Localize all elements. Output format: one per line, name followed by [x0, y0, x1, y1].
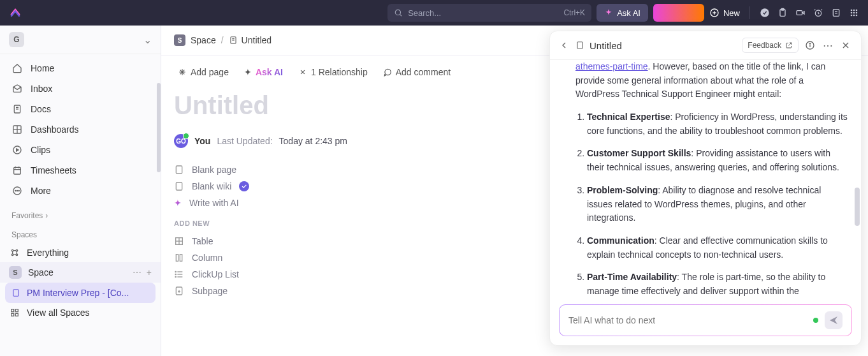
relationship-button[interactable]: 1 Relationship [298, 67, 368, 77]
option-blank-page[interactable]: Blank page [174, 165, 531, 175]
doc-ask-ai-label: Ask AI [256, 67, 283, 77]
app-logo[interactable] [8, 5, 23, 20]
notepad-icon[interactable] [830, 6, 843, 19]
sidebar-doc-selected[interactable]: PM Interview Prep - [Co... [5, 283, 156, 303]
scrollbar-thumb[interactable] [157, 83, 161, 172]
alarm-icon[interactable] [812, 6, 825, 19]
more-icon [11, 185, 23, 197]
nav-timesheets[interactable]: Timesheets [0, 160, 161, 181]
new-button[interactable]: New [709, 8, 740, 18]
svg-point-63 [175, 271, 176, 272]
chevron-right-icon: › [45, 211, 48, 220]
spaces-heading: Spaces [0, 224, 161, 243]
everything-label: Everything [27, 248, 69, 258]
content: S Space / Untitled Add page ✦Ask AI 1 Re… [161, 26, 868, 356]
plus-icon[interactable]: + [147, 267, 152, 278]
add-table[interactable]: Table [174, 236, 531, 246]
ellipsis-icon[interactable]: ⋯ [133, 267, 141, 278]
ai-title-text: Untitled [590, 40, 622, 51]
author-avatar: GO [174, 134, 188, 148]
inbox-icon [11, 83, 23, 94]
doc-title[interactable]: Untitled [174, 91, 531, 120]
add-column[interactable]: Column [174, 253, 531, 263]
svg-point-65 [175, 276, 176, 277]
workspace-switcher[interactable]: G ⌄ [0, 26, 161, 54]
add-page-button[interactable]: Add page [178, 67, 229, 77]
info-icon[interactable] [805, 40, 816, 50]
doc-actions: Add page ✦Ask AI 1 Relationship Add comm… [174, 67, 531, 77]
sidebar-everything[interactable]: Everything [0, 243, 161, 262]
sparkle-icon: ✦ [174, 198, 182, 208]
doc-body: Add page ✦Ask AI 1 Relationship Add comm… [161, 56, 544, 319]
ai-link[interactable]: athemes-part-time [575, 61, 648, 71]
send-button[interactable] [825, 311, 843, 329]
docs-icon [11, 103, 23, 115]
verified-icon [239, 181, 249, 191]
ai-panel-title: Untitled [575, 40, 735, 51]
add-comment-label: Add comment [396, 67, 451, 77]
ai-item-title: Part-Time Availability [587, 272, 677, 282]
clipboard-icon[interactable] [776, 6, 789, 19]
back-icon[interactable] [559, 40, 569, 50]
add-page-label: Add page [191, 67, 229, 77]
doc-icon [11, 288, 20, 297]
nav-clips[interactable]: Clips [0, 140, 161, 160]
breadcrumb-doc[interactable]: Untitled [229, 35, 271, 45]
nav-home[interactable]: Home [0, 58, 161, 78]
ai-input[interactable] [559, 304, 852, 336]
ai-input-wrap [550, 298, 861, 345]
option-write-with-ai[interactable]: ✦Write with AI [174, 198, 531, 208]
breadcrumb-space[interactable]: Space [191, 35, 216, 45]
doc-ask-ai-button[interactable]: ✦Ask AI [244, 67, 283, 77]
sparkle-icon: ✦ [244, 67, 252, 77]
nav-inbox[interactable]: Inbox [0, 78, 161, 99]
video-icon[interactable] [794, 6, 807, 19]
add-new-list: Table Column ClickUp List Subpage [174, 236, 531, 296]
nav-docs[interactable]: Docs [0, 99, 161, 119]
doc-meta: GO You Last Updated: Today at 2:43 pm [174, 134, 531, 148]
last-updated-value: Today at 2:43 pm [279, 136, 347, 146]
svg-rect-54 [176, 182, 182, 190]
home-icon [11, 63, 23, 74]
svg-point-40 [16, 254, 18, 256]
option-blank-wiki[interactable]: Blank wiki [174, 181, 531, 191]
check-icon[interactable] [758, 6, 771, 19]
option-label: Blank wiki [192, 181, 231, 191]
sidebar-space[interactable]: S Space ⋯ + [0, 262, 161, 283]
space-badge: S [9, 266, 22, 279]
add-clickup-list[interactable]: ClickUp List [174, 269, 531, 279]
add-subpage[interactable]: Subpage [174, 286, 531, 296]
template-options: Blank page Blank wiki ✦Write with AI [174, 165, 531, 208]
relationship-label: 1 Relationship [311, 67, 368, 77]
sidebar-view-all-spaces[interactable]: View all Spaces [0, 303, 161, 322]
last-updated-label: Last Updated: [217, 136, 272, 146]
svg-point-15 [856, 10, 858, 11]
add-comment-button[interactable]: Add comment [383, 67, 451, 77]
nav-label: Timesheets [31, 165, 76, 175]
svg-rect-8 [797, 11, 802, 15]
ai-list-item: Problem-Solving: Ability to diagnose and… [587, 184, 848, 225]
global-search[interactable]: Search... Ctrl+K [387, 4, 591, 22]
add-new-label: Subpage [192, 286, 228, 296]
everything-icon [9, 247, 20, 258]
ai-item-title: Customer Support Skills [587, 148, 691, 158]
option-label: Blank page [192, 165, 236, 175]
scrollbar-thumb[interactable] [855, 188, 860, 226]
svg-point-20 [853, 15, 855, 17]
ellipsis-icon[interactable]: ⋯ [823, 40, 834, 52]
grid-icon [9, 307, 20, 318]
ai-item-title: Technical Expertise [587, 112, 670, 122]
feedback-button[interactable]: Feedback [742, 38, 799, 53]
feedback-label: Feedback [748, 41, 781, 50]
svg-point-13 [851, 10, 853, 11]
ai-text-input[interactable] [568, 315, 807, 325]
add-new-label: ClickUp List [192, 269, 239, 279]
apps-icon[interactable] [848, 6, 860, 19]
ask-ai-button[interactable]: Ask AI [597, 4, 648, 22]
favorites-heading[interactable]: Favorites› [0, 205, 161, 224]
close-icon[interactable] [841, 40, 852, 50]
upgrade-pill[interactable] [653, 4, 704, 22]
nav-more[interactable]: More [0, 181, 161, 201]
add-new-label: Column [192, 253, 222, 263]
nav-dashboards[interactable]: Dashboards [0, 119, 161, 140]
